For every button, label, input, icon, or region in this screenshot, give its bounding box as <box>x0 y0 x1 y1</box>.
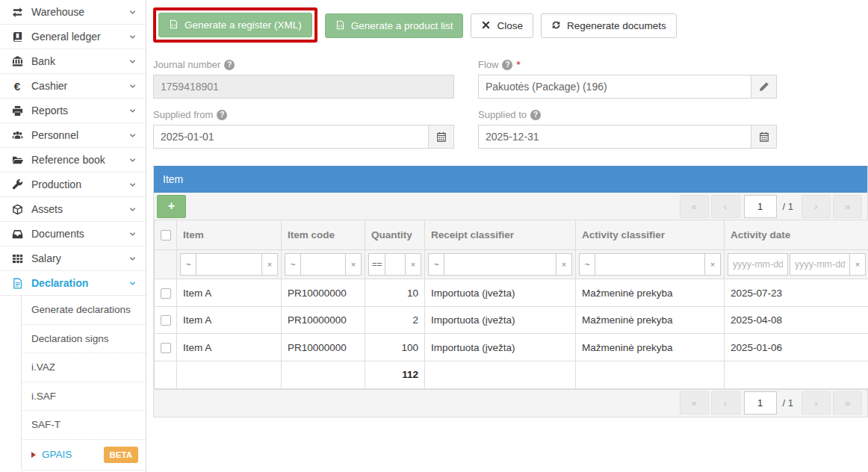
row-checkbox[interactable] <box>161 288 171 299</box>
calendar-icon[interactable] <box>429 125 454 149</box>
activity-classifier-filter-input[interactable] <box>595 253 705 276</box>
bank-icon <box>9 56 25 67</box>
select-all-checkbox[interactable] <box>161 230 171 240</box>
help-icon[interactable]: ? <box>502 60 512 70</box>
row-checkbox[interactable] <box>161 343 171 353</box>
submenu-item-saft[interactable]: SAF-T <box>21 411 146 440</box>
date-from-filter-input[interactable] <box>728 253 788 276</box>
sidebar-item-bank[interactable]: Bank <box>0 49 146 74</box>
sidebar-item-cashier[interactable]: € Cashier <box>0 74 146 99</box>
sidebar-item-production[interactable]: Production <box>0 173 146 197</box>
contains-operator[interactable]: ~ <box>579 253 595 276</box>
clear-filter-icon[interactable]: × <box>346 253 362 276</box>
required-asterisk: * <box>516 59 520 70</box>
users-icon <box>9 130 25 141</box>
sidebar-item-personnel[interactable]: Personnel <box>0 123 146 148</box>
contains-operator[interactable]: ~ <box>180 253 196 276</box>
pagination-next-button[interactable]: › <box>802 391 831 414</box>
supplied-from-input[interactable] <box>153 125 429 149</box>
sidebar-item-warehouse[interactable]: Warehouse <box>0 0 146 25</box>
journal-number-input <box>153 75 454 99</box>
item-filter-input[interactable] <box>196 253 262 276</box>
pagination-prev-button[interactable]: ‹ <box>711 195 740 218</box>
submenu-item-label: i.VAZ <box>31 360 55 375</box>
pagination-page-input[interactable] <box>744 195 777 218</box>
sidebar-item-label: Reports <box>31 105 68 117</box>
sidebar-item-general-ledger[interactable]: General ledger <box>0 25 146 49</box>
activity-date-cell: 2025-04-08 <box>725 306 868 333</box>
pagination-page-input[interactable] <box>744 391 777 414</box>
submenu-item-ivaz[interactable]: i.VAZ <box>21 353 146 382</box>
close-button[interactable]: Close <box>471 13 533 38</box>
pagination-next-button[interactable]: › <box>802 195 831 218</box>
sidebar-item-assets[interactable]: Assets <box>0 197 146 222</box>
activity-date-cell: 2025-01-06 <box>725 334 868 361</box>
sidebar-item-reports[interactable]: Reports <box>0 99 146 123</box>
calendar-icon[interactable] <box>751 125 777 149</box>
receipt-classifier-filter-input[interactable] <box>444 253 557 276</box>
submenu-item-label: SAF-T <box>31 417 61 432</box>
column-header-item-code[interactable]: Item code <box>282 220 365 250</box>
pagination-last-button[interactable]: » <box>833 195 862 218</box>
contains-operator[interactable]: ~ <box>428 253 444 276</box>
pagination-prev-button[interactable]: ‹ <box>711 391 740 414</box>
equals-operator[interactable]: == <box>368 253 385 276</box>
column-header-activity-classifier[interactable]: Activity classifier <box>576 220 725 250</box>
chevron-down-icon <box>128 156 137 164</box>
help-icon[interactable]: ? <box>530 110 541 120</box>
chevron-down-icon <box>128 8 137 16</box>
submenu-item-isaf[interactable]: i.SAF <box>21 382 146 412</box>
pagination-first-button[interactable]: « <box>680 391 709 414</box>
edit-flow-button[interactable] <box>751 75 777 99</box>
filter-cell-empty <box>155 250 177 279</box>
pagination-first-button[interactable]: « <box>680 195 709 218</box>
pagination-last-button[interactable]: » <box>833 391 862 414</box>
pagination-top: « ‹ / 1 › » <box>680 195 864 218</box>
help-icon[interactable]: ? <box>224 60 235 70</box>
generate-product-list-button[interactable]: Generate a product list <box>325 13 464 38</box>
sidebar-item-documents[interactable]: Documents <box>0 222 146 246</box>
pagination-bottom: « ‹ / 1 › » <box>680 391 864 414</box>
submenu-item-generate-declarations[interactable]: Generate declarations <box>21 296 146 325</box>
item-code-filter-input[interactable] <box>301 253 346 276</box>
file-text-icon <box>9 278 25 289</box>
sidebar-item-salary[interactable]: Salary <box>0 246 146 271</box>
clear-filter-icon[interactable]: × <box>705 253 721 276</box>
date-to-filter-input[interactable] <box>790 253 850 276</box>
clear-filter-icon[interactable]: × <box>262 253 278 276</box>
sidebar-item-declaration[interactable]: Declaration <box>0 271 146 296</box>
item-cell: Item A <box>177 334 282 361</box>
row-select-cell <box>155 279 177 306</box>
filter-cell-receipt-classifier: ~ × <box>425 250 576 279</box>
flow-input[interactable] <box>478 75 751 99</box>
help-icon[interactable]: ? <box>217 110 227 120</box>
folder-open-icon <box>9 155 25 166</box>
clear-filter-icon[interactable]: × <box>406 253 421 276</box>
column-header-activity-date[interactable]: Activity date <box>725 220 868 250</box>
chevron-down-icon <box>128 205 137 214</box>
clear-filter-icon[interactable]: × <box>850 253 866 276</box>
book-icon <box>9 31 25 43</box>
highlight-box: Generate a register (XML) <box>153 7 317 43</box>
contains-operator[interactable]: ~ <box>285 253 301 276</box>
column-header-receipt-classifier[interactable]: Receipt classifier <box>425 220 576 250</box>
row-select-cell <box>155 306 177 333</box>
flow-label: Flow ? * <box>478 59 777 70</box>
column-header-item[interactable]: Item <box>177 220 282 250</box>
table-row[interactable]: Item A PR10000000 100 Importuota (įvežta… <box>155 334 868 361</box>
clear-filter-icon[interactable]: × <box>557 253 572 276</box>
item-panel-title: Item <box>154 166 867 193</box>
quantity-filter-input[interactable] <box>385 253 406 276</box>
column-header-quantity[interactable]: Quantity <box>365 220 425 250</box>
supplied-to-input[interactable] <box>478 125 751 149</box>
row-checkbox[interactable] <box>161 315 171 326</box>
table-row[interactable]: Item A PR10000000 10 Importuota (įvežta)… <box>155 279 868 306</box>
regenerate-documents-button[interactable]: Regenerate documets <box>541 13 677 38</box>
submenu-item-gpais[interactable]: GPAIS BETA <box>21 440 146 471</box>
add-item-button[interactable]: + <box>157 195 186 218</box>
generate-register-button[interactable]: Generate a register (XML) <box>158 13 312 37</box>
sidebar-item-reference-book[interactable]: Reference book <box>0 148 146 173</box>
table-row[interactable]: Item A PR10000000 2 Importuota (įvežta) … <box>155 306 868 333</box>
submenu-item-declaration-signs[interactable]: Declaration signs <box>21 325 146 354</box>
quantity-cell: 100 <box>365 334 425 361</box>
